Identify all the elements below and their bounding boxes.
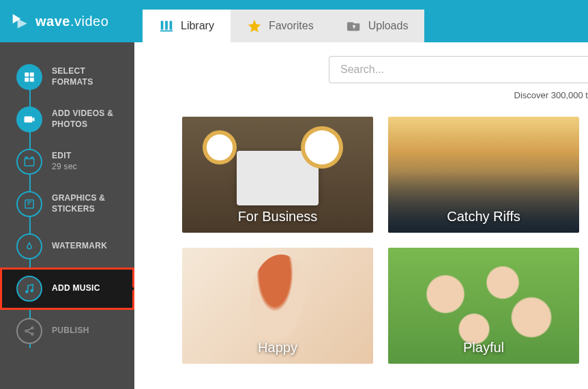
step-label: GRAPHICS & STICKERS xyxy=(52,193,123,214)
card-label: Playful xyxy=(388,340,579,356)
step-label: SELECT FORMATS xyxy=(52,66,123,87)
video-icon xyxy=(16,106,42,132)
svg-point-9 xyxy=(31,327,33,329)
music-icon xyxy=(16,276,42,302)
svg-rect-11 xyxy=(161,21,164,30)
svg-point-8 xyxy=(25,330,27,332)
svg-rect-13 xyxy=(170,21,173,30)
category-grid: For Business Catchy Riffs Happy Playful xyxy=(134,103,588,377)
svg-rect-14 xyxy=(160,30,173,31)
card-catchy-riffs[interactable]: Catchy Riffs xyxy=(388,117,579,233)
discover-text: Discover 300,000 t xyxy=(514,90,588,100)
edit-icon xyxy=(16,149,42,175)
card-happy[interactable]: Happy xyxy=(182,248,373,364)
step-edit[interactable]: EDIT29 sec xyxy=(0,141,134,183)
step-add-music[interactable]: ADD MUSIC xyxy=(0,268,134,310)
step-watermark[interactable]: WATERMARK xyxy=(0,225,134,268)
step-select-formats[interactable]: SELECT FORMATS xyxy=(0,56,134,98)
upload-icon xyxy=(347,18,362,33)
svg-point-7 xyxy=(31,290,33,292)
card-for-business[interactable]: For Business xyxy=(182,117,373,233)
search-input[interactable] xyxy=(329,56,588,83)
svg-point-10 xyxy=(31,333,33,335)
svg-rect-2 xyxy=(25,78,29,82)
tab-label: Uploads xyxy=(368,20,409,32)
card-label: Catchy Riffs xyxy=(388,209,579,225)
step-label: ADD MUSIC xyxy=(52,283,100,294)
share-icon xyxy=(16,318,42,344)
svg-rect-4 xyxy=(25,159,34,167)
step-label: EDIT29 sec xyxy=(52,151,77,172)
star-icon xyxy=(247,18,262,33)
sidebar: wave.video SELECT FORMATS ADD VIDEOS & P… xyxy=(0,0,134,389)
svg-rect-1 xyxy=(30,72,34,76)
step-label: ADD VIDEOS & PHOTOS xyxy=(52,109,123,130)
card-label: Happy xyxy=(182,340,373,356)
svg-rect-3 xyxy=(30,78,34,82)
watermark-icon xyxy=(16,233,42,259)
step-label: PUBLISH xyxy=(52,326,89,336)
logo-text: wave.video xyxy=(35,14,108,29)
formats-icon xyxy=(16,64,42,90)
step-publish[interactable]: PUBLISH xyxy=(0,310,134,352)
graphics-icon xyxy=(16,191,42,217)
svg-rect-0 xyxy=(25,72,29,76)
tab-library[interactable]: Library xyxy=(143,10,231,42)
step-label: WATERMARK xyxy=(52,241,107,252)
step-add-videos[interactable]: ADD VIDEOS & PHOTOS xyxy=(0,98,134,141)
library-icon xyxy=(159,18,174,33)
card-label: For Business xyxy=(182,209,373,225)
svg-point-6 xyxy=(26,291,28,293)
tab-label: Library xyxy=(181,20,214,32)
step-list: SELECT FORMATS ADD VIDEOS & PHOTOS EDIT2… xyxy=(0,42,134,389)
step-graphics[interactable]: GRAPHICS & STICKERS xyxy=(0,183,134,225)
main-content: Library Favorites Uploads Discover 300,0… xyxy=(134,0,588,389)
tab-bar: Library Favorites Uploads xyxy=(134,0,588,42)
tab-favorites[interactable]: Favorites xyxy=(231,10,330,42)
play-icon xyxy=(10,12,29,31)
svg-rect-12 xyxy=(165,21,168,30)
card-playful[interactable]: Playful xyxy=(388,248,579,364)
tab-label: Favorites xyxy=(269,20,314,32)
search-area: Discover 300,000 t xyxy=(134,42,588,103)
logo[interactable]: wave.video xyxy=(0,0,134,42)
tab-uploads[interactable]: Uploads xyxy=(330,10,425,42)
